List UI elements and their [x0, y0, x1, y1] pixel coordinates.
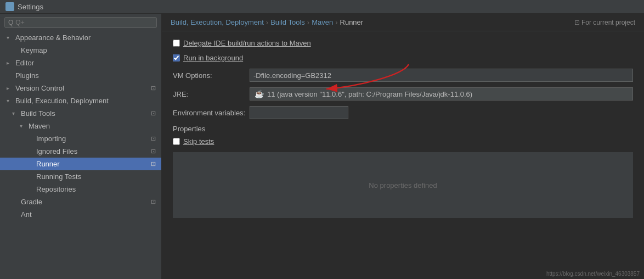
- breadcrumb-sep-3: ›: [335, 18, 337, 26]
- properties-area: No properties defined: [173, 152, 633, 218]
- main-container: Q ▾ Appearance & Behavior Keymap ▸ Edito…: [0, 14, 644, 279]
- env-variables-label: Environment variables:: [173, 109, 250, 117]
- sidebar-item-ignored-files[interactable]: Ignored Files ⊡: [0, 145, 161, 158]
- delegate-checkbox-text: Delegate IDE build/run actions to Maven: [183, 39, 311, 47]
- breadcrumb-maven[interactable]: Maven: [312, 18, 333, 26]
- sidebar-item-label: Gradle: [21, 198, 42, 206]
- sidebar: Q ▾ Appearance & Behavior Keymap ▸ Edito…: [0, 14, 162, 279]
- sidebar-item-maven[interactable]: ▾ Maven: [0, 120, 161, 132]
- sidebar-item-appearance[interactable]: ▾ Appearance & Behavior: [0, 31, 161, 44]
- search-input[interactable]: [15, 19, 153, 26]
- content-area: Build, Execution, Deployment › Build Too…: [162, 14, 644, 279]
- chevron-down-icon: ▾: [7, 35, 13, 41]
- sidebar-item-gradle[interactable]: Gradle ⊡: [0, 196, 161, 208]
- sidebar-item-importing[interactable]: Importing ⊡: [0, 132, 161, 145]
- jre-label: JRE:: [173, 90, 250, 98]
- run-in-background-label[interactable]: Run in background: [173, 54, 243, 62]
- sidebar-item-label: Ignored Files: [36, 147, 77, 155]
- search-box[interactable]: Q: [4, 17, 157, 28]
- env-variables-input[interactable]: [250, 106, 348, 119]
- page-icon: ⊡: [151, 148, 156, 155]
- sidebar-item-label: Runner: [36, 160, 60, 168]
- delegate-checkbox-row: Delegate IDE build/run actions to Maven: [173, 39, 633, 47]
- watermark: https://blog.csdn.net/weixin_46303857: [546, 271, 640, 277]
- chevron-down-icon: ▾: [20, 123, 26, 129]
- vm-options-label: VM Options:: [173, 71, 250, 80]
- vm-options-row: VM Options:: [173, 69, 633, 82]
- sidebar-item-label: Build, Execution, Deployment: [15, 97, 109, 105]
- vm-options-input[interactable]: [250, 69, 633, 82]
- page-icon: ⊡: [151, 198, 156, 205]
- breadcrumb-build[interactable]: Build, Execution, Deployment: [171, 18, 264, 26]
- sidebar-item-label: Maven: [29, 122, 50, 130]
- breadcrumb-build-tools[interactable]: Build Tools: [270, 18, 305, 26]
- sidebar-item-build-exec-deploy[interactable]: ▾ Build, Execution, Deployment: [0, 94, 161, 107]
- env-variables-row: Environment variables:: [173, 106, 633, 119]
- jre-value: 11 (java version "11.0.6", path: C:/Prog…: [267, 90, 472, 98]
- jre-dropdown[interactable]: ☕ 11 (java version "11.0.6", path: C:/Pr…: [250, 87, 633, 101]
- settings-panel: Delegate IDE build/run actions to Maven …: [162, 31, 644, 279]
- for-current-project-label: ⊡ For current project: [574, 19, 635, 26]
- sidebar-item-build-tools[interactable]: ▾ Build Tools ⊡: [0, 107, 161, 120]
- breadcrumb: Build, Execution, Deployment › Build Too…: [162, 14, 644, 31]
- sidebar-item-plugins[interactable]: Plugins: [0, 69, 161, 82]
- sidebar-item-label: Build Tools: [21, 109, 55, 118]
- sidebar-item-keymap[interactable]: Keymap: [0, 44, 161, 57]
- sidebar-item-ant[interactable]: Ant: [0, 208, 161, 221]
- sidebar-item-version-control[interactable]: ▸ Version Control ⊡: [0, 82, 161, 94]
- sidebar-item-label: Repositories: [36, 185, 76, 193]
- page-icon-small: ⊡: [574, 19, 580, 26]
- search-icon: Q: [8, 19, 13, 26]
- page-icon: ⊡: [151, 160, 156, 168]
- run-in-background-row: Run in background: [173, 54, 633, 62]
- delegate-checkbox[interactable]: [173, 40, 180, 47]
- chevron-right-icon: ▸: [7, 85, 13, 91]
- properties-header: Properties: [173, 125, 633, 133]
- sidebar-item-label: Version Control: [15, 84, 64, 92]
- settings-icon: [5, 2, 14, 11]
- breadcrumb-sep-2: ›: [307, 18, 309, 26]
- sidebar-item-editor[interactable]: ▸ Editor: [0, 57, 161, 69]
- title-text: Settings: [18, 3, 43, 11]
- title-bar: Settings: [0, 0, 644, 14]
- breadcrumb-runner: Runner: [340, 18, 364, 26]
- sidebar-item-label: Importing: [36, 135, 66, 143]
- page-icon: ⊡: [151, 110, 156, 117]
- run-in-background-text: Run in background: [183, 54, 243, 62]
- java-icon: ☕: [255, 90, 264, 98]
- delegate-checkbox-label[interactable]: Delegate IDE build/run actions to Maven: [173, 39, 311, 47]
- skip-tests-checkbox[interactable]: [173, 138, 180, 145]
- sidebar-item-label: Ant: [21, 210, 32, 219]
- sidebar-item-repositories[interactable]: Repositories: [0, 183, 161, 196]
- sidebar-item-label: Appearance & Behavior: [15, 34, 91, 42]
- no-properties-text: No properties defined: [369, 181, 437, 189]
- run-in-background-checkbox[interactable]: [173, 54, 180, 62]
- sidebar-item-label: Editor: [15, 59, 34, 67]
- sidebar-item-label: Running Tests: [36, 172, 81, 181]
- skip-tests-row: Skip tests: [173, 137, 633, 146]
- chevron-down-icon: ▾: [12, 110, 19, 116]
- jre-row: JRE: ☕ 11 (java version "11.0.6", path: …: [173, 87, 633, 101]
- sidebar-item-label: Keymap: [21, 46, 47, 54]
- skip-tests-label[interactable]: Skip tests: [173, 137, 214, 146]
- sidebar-item-running-tests[interactable]: Running Tests: [0, 170, 161, 183]
- breadcrumb-sep-1: ›: [266, 18, 268, 26]
- sidebar-item-label: Plugins: [15, 71, 39, 80]
- page-icon: ⊡: [151, 135, 156, 142]
- page-icon: ⊡: [151, 85, 156, 92]
- sidebar-item-runner[interactable]: Runner ⊡: [0, 158, 161, 170]
- properties-section: Properties Skip tests No properties defi…: [173, 125, 633, 218]
- skip-tests-text: Skip tests: [183, 137, 214, 146]
- chevron-right-icon: ▸: [7, 60, 13, 66]
- chevron-down-icon: ▾: [7, 98, 13, 104]
